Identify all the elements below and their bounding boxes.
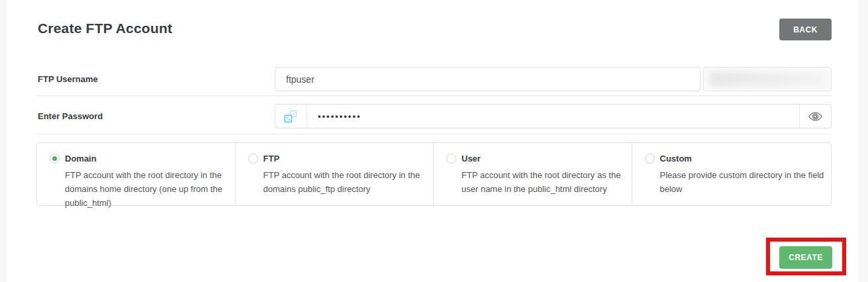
option-domain[interactable]: Domain FTP account with the root directo…: [37, 143, 236, 205]
option-description: FTP account with the root directory in t…: [65, 168, 232, 210]
ftp-username-label: FTP Username: [38, 74, 98, 84]
redacted-domain-value: [709, 71, 826, 87]
radio-ftp[interactable]: [248, 154, 258, 164]
ftp-username-input[interactable]: [275, 67, 700, 91]
create-button[interactable]: CREATE: [779, 246, 832, 269]
option-title: FTP: [264, 154, 280, 164]
option-title: User: [461, 154, 481, 164]
back-button[interactable]: BACK: [779, 19, 832, 40]
generate-password-button[interactable]: [275, 104, 307, 128]
eye-icon: [808, 112, 822, 121]
option-description: Please provide custom directory in the f…: [660, 168, 827, 196]
password-label: Enter Password: [38, 111, 103, 121]
option-title: Domain: [65, 154, 97, 164]
dice-icon: [283, 110, 299, 123]
directory-type-options: Domain FTP account with the root directo…: [36, 142, 832, 206]
page-title: Create FTP Account: [38, 21, 172, 36]
option-description: FTP account with the root directory in t…: [264, 168, 430, 196]
create-ftp-account-page: Create FTP Account BACK FTP Username Ent…: [0, 0, 868, 282]
radio-custom[interactable]: [645, 154, 655, 164]
show-password-button[interactable]: [799, 104, 832, 128]
ftp-domain-suffix-box: [703, 67, 832, 91]
option-ftp[interactable]: FTP FTP account with the root directory …: [236, 143, 434, 205]
password-input[interactable]: [307, 104, 800, 128]
row-divider: [36, 134, 832, 134]
radio-domain[interactable]: [50, 154, 60, 164]
row-divider: [36, 95, 832, 96]
option-description: FTP account with the root directory as t…: [461, 168, 628, 196]
radio-user[interactable]: [446, 154, 456, 164]
option-custom[interactable]: Custom Please provide custom directory i…: [632, 143, 832, 205]
content-card: Create FTP Account BACK FTP Username Ent…: [7, 0, 858, 282]
option-user[interactable]: User FTP account with the root directory…: [434, 143, 632, 205]
option-title: Custom: [660, 154, 692, 164]
